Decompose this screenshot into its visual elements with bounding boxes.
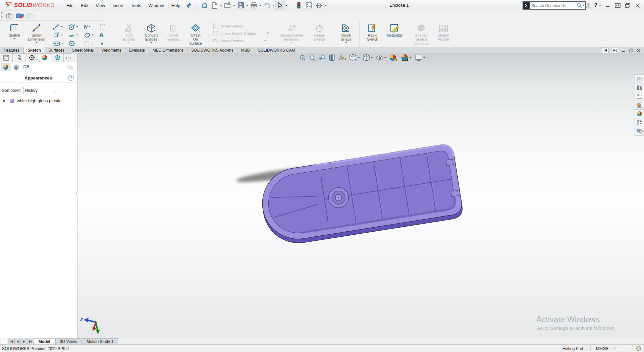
- polygon-tool[interactable]: [67, 39, 83, 48]
- spline-dropdown[interactable]: [89, 26, 91, 28]
- new-document-dropdown[interactable]: [220, 5, 222, 7]
- arc-tool[interactable]: [67, 31, 83, 39]
- print-dropdown[interactable]: [259, 5, 261, 7]
- apply-scene-dropdown[interactable]: [410, 57, 412, 59]
- rebuild-button[interactable]: [294, 1, 304, 10]
- quick-snaps-button[interactable]: Quick Snaps: [335, 22, 357, 45]
- zoom-to-fit-button[interactable]: [299, 54, 306, 61]
- tab-3d-views[interactable]: 3D Views: [55, 338, 82, 345]
- screen-capture-button[interactable]: [5, 12, 15, 20]
- slot-dropdown[interactable]: [61, 43, 63, 45]
- part-3d-model[interactable]: [77, 53, 644, 338]
- tab-evaluate[interactable]: Evaluate: [125, 47, 149, 53]
- instant2d-button[interactable]: Instant2D: [384, 22, 406, 38]
- view-appearances-button[interactable]: [1, 63, 10, 71]
- design-library-button[interactable]: [635, 83, 644, 92]
- section-view-button[interactable]: [328, 54, 336, 61]
- appearance-tree-item[interactable]: white high gloss plastic: [0, 96, 77, 103]
- circle-tool[interactable]: [67, 22, 83, 31]
- tab-featuremanager[interactable]: [0, 53, 13, 62]
- edit-appearance-button[interactable]: [389, 54, 398, 61]
- tab-surfaces[interactable]: Surfaces: [45, 47, 68, 53]
- file-explorer-button[interactable]: [635, 92, 644, 101]
- quick-snaps-dropdown[interactable]: [345, 42, 347, 44]
- rectangle-tool[interactable]: [52, 31, 67, 39]
- spline-tool[interactable]: N: [83, 22, 98, 31]
- pin-menu-button[interactable]: [184, 1, 194, 10]
- menu-window[interactable]: Window: [145, 1, 167, 10]
- apply-scene-button[interactable]: [400, 54, 412, 61]
- slot-tool[interactable]: [52, 39, 67, 48]
- rapid-sketch-button[interactable]: Rapid Sketch: [362, 22, 384, 42]
- tab-mbd-dimensions[interactable]: MBD Dimensions: [149, 47, 188, 53]
- menu-edit[interactable]: Edit: [77, 1, 92, 10]
- menu-help[interactable]: Help: [168, 1, 184, 10]
- circle-dropdown[interactable]: [76, 26, 78, 28]
- doc-minimize-icon[interactable]: [622, 49, 626, 52]
- zoom-to-area-button[interactable]: [309, 54, 316, 61]
- doc-restore-icon[interactable]: [629, 49, 633, 53]
- save-button[interactable]: [236, 1, 246, 10]
- convert-entities-button[interactable]: Convert Entities: [140, 22, 162, 45]
- panel-collapse-handle[interactable]: [37, 59, 40, 62]
- offset-on-surface-button[interactable]: Offset On Surface: [184, 22, 207, 46]
- fillet-dropdown[interactable]: [92, 43, 94, 45]
- panel-help-icon[interactable]: ?: [68, 75, 74, 81]
- tab-solidworks-add-ins[interactable]: SOLIDWORKS Add-Ins: [187, 47, 237, 53]
- doc-close-icon[interactable]: [637, 49, 641, 53]
- convert-dropdown[interactable]: [150, 42, 152, 44]
- file-properties-button[interactable]: [304, 1, 314, 10]
- tab-displaymanager[interactable]: [38, 53, 51, 62]
- display-style-dropdown[interactable]: [371, 57, 373, 59]
- hide-show-items-button[interactable]: [376, 54, 387, 61]
- login-button[interactable]: [584, 1, 593, 10]
- tab-motion-study-1[interactable]: Motion Study 1: [82, 338, 118, 345]
- view-decals-button[interactable]: [22, 63, 31, 71]
- next-tab-button[interactable]: [21, 339, 27, 344]
- graphics-viewport[interactable]: Z Y Activate Windows Go to Settings to a…: [77, 53, 644, 338]
- tab-features[interactable]: Features: [0, 47, 23, 53]
- tab-sheet-metal[interactable]: Sheet Metal: [68, 47, 98, 53]
- close-button[interactable]: [633, 1, 642, 10]
- rectangle-dropdown[interactable]: [61, 35, 63, 37]
- sketch-dropdown[interactable]: [13, 38, 15, 40]
- span-displays-button[interactable]: [613, 1, 622, 10]
- sort-order-select[interactable]: History ⌄: [23, 87, 58, 94]
- first-tab-button[interactable]: [8, 339, 14, 344]
- appearances-scenes-button[interactable]: [635, 110, 644, 118]
- tab-model[interactable]: Model: [34, 338, 55, 345]
- menu-insert[interactable]: Insert: [109, 1, 127, 10]
- menu-view[interactable]: View: [92, 1, 109, 10]
- text-tool[interactable]: A: [98, 31, 114, 39]
- options-dropdown[interactable]: [324, 5, 326, 7]
- tab-mbd[interactable]: MBD: [237, 47, 254, 53]
- open-dropdown[interactable]: [233, 5, 235, 7]
- search-commands-box[interactable]: [523, 1, 586, 10]
- smart-dimension-dropdown[interactable]: [36, 42, 38, 44]
- toolbar-grip[interactable]: [1, 12, 3, 19]
- select-tool-dropdown[interactable]: [285, 5, 287, 7]
- options-button[interactable]: [314, 1, 324, 10]
- tab-splitter[interactable]: [1, 339, 7, 344]
- undo-dropdown[interactable]: [272, 5, 274, 7]
- hide-show-dropdown[interactable]: [384, 57, 386, 59]
- record-video-button[interactable]: [15, 12, 25, 20]
- unit-system-selector[interactable]: MMGS ▲: [591, 346, 620, 351]
- view-scene-lights-button[interactable]: [11, 63, 21, 71]
- solidworks-forum-button[interactable]: [635, 127, 644, 136]
- view-orientation-button[interactable]: [349, 54, 360, 61]
- undo-button[interactable]: [262, 1, 272, 10]
- tab-scroll-right[interactable]: ▸: [68, 53, 73, 62]
- menu-tools[interactable]: Tools: [127, 1, 145, 10]
- view-settings-button[interactable]: [415, 54, 426, 61]
- display-style-button[interactable]: [363, 54, 373, 61]
- last-tab-button[interactable]: [27, 339, 34, 344]
- tab-propertymanager[interactable]: [13, 53, 25, 62]
- home-button[interactable]: [200, 1, 210, 10]
- smart-dimension-button[interactable]: Smart Dimension: [25, 22, 48, 45]
- ellipse-tool[interactable]: [83, 31, 98, 39]
- tab-solidworks-cam[interactable]: SOLIDWORKS CAM: [254, 47, 299, 53]
- tab-scroll-left[interactable]: ◂: [64, 53, 68, 62]
- search-icon[interactable]: [577, 3, 582, 8]
- next-pane-button[interactable]: [612, 48, 618, 53]
